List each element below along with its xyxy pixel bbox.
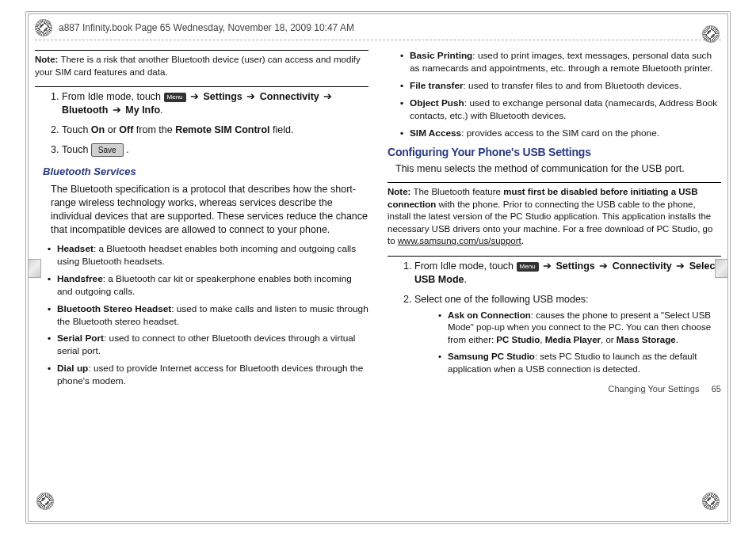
note-body: There is a risk that another Bluetooth d… bbox=[35, 55, 361, 77]
steps-usb: From Idle mode, touch Menu ➔ Settings ➔ … bbox=[388, 260, 721, 375]
usb-modes-list: Ask on Connection: causes the phone to p… bbox=[414, 310, 721, 376]
page-footer: Changing Your Settings 65 bbox=[388, 383, 721, 395]
spiro-icon bbox=[35, 19, 52, 36]
step-2: Touch On or Off from the Remote SIM Cont… bbox=[62, 124, 368, 137]
spiro-icon bbox=[702, 25, 720, 43]
support-link[interactable]: www.samsung.com/us/support bbox=[398, 236, 521, 245]
running-head-text: a887 Infinity.book Page 65 Wednesday, No… bbox=[59, 22, 354, 33]
arrow-icon: ➔ bbox=[245, 90, 257, 104]
note-rule bbox=[35, 50, 368, 51]
list-item: File transfer: used to transfer files to… bbox=[402, 80, 721, 93]
list-item: Handsfree: a Bluetooth car kit or speake… bbox=[49, 273, 368, 299]
arrow-icon: ➔ bbox=[189, 90, 200, 104]
arrow-icon: ➔ bbox=[674, 260, 686, 273]
note-usb: Note: The Bluetooth feature must first b… bbox=[388, 186, 721, 248]
arrow-icon: ➔ bbox=[111, 104, 123, 117]
step-3: Touch Save . bbox=[62, 143, 368, 157]
list-item: Bluetooth Stereo Headset: used to make c… bbox=[49, 303, 368, 329]
note-bluetooth-risk: Note: There is a risk that another Bluet… bbox=[35, 54, 368, 78]
step-1: From Idle mode, touch Menu ➔ Settings ➔ … bbox=[62, 90, 368, 117]
list-item: Samsung PC Studio: sets PC Studio to lau… bbox=[438, 351, 721, 375]
footer-page-number: 65 bbox=[712, 384, 721, 394]
note-label: Note: bbox=[388, 187, 410, 196]
arrow-icon: ➔ bbox=[598, 260, 609, 273]
list-item: Object Push: used to exchange personal d… bbox=[402, 97, 721, 123]
footer-section: Changing Your Settings bbox=[608, 384, 699, 394]
left-column: Note: There is a risk that another Bluet… bbox=[35, 50, 368, 395]
steps-remote-sim: From Idle mode, touch Menu ➔ Settings ➔ … bbox=[35, 90, 368, 157]
corner-bottom-right bbox=[699, 489, 723, 513]
list-item: SIM Access: provides access to the SIM c… bbox=[402, 127, 721, 140]
note-rule bbox=[35, 86, 368, 87]
step-2: Select one of the following USB modes: A… bbox=[414, 293, 721, 375]
two-column-content: Note: There is a risk that another Bluet… bbox=[35, 50, 721, 395]
menu-softkey: Menu bbox=[517, 262, 539, 272]
arrow-icon: ➔ bbox=[322, 90, 334, 104]
path-settings: Settings bbox=[204, 91, 242, 102]
heading-usb-settings: Configuring Your Phone's USB Settings bbox=[388, 145, 721, 160]
path-connectivity: Connectivity bbox=[260, 91, 319, 102]
save-softkey: Save bbox=[91, 143, 124, 157]
path-myinfo: My Info bbox=[125, 105, 160, 116]
corner-top-right bbox=[699, 22, 723, 46]
list-item: Dial up: used to provide Internet access… bbox=[49, 363, 368, 388]
note-rule bbox=[388, 182, 721, 183]
note-label: Note: bbox=[35, 55, 58, 64]
list-item: Serial Port: used to connect to other Bl… bbox=[49, 333, 368, 358]
step-1-prefix: From Idle mode, touch bbox=[62, 91, 164, 102]
step-1: From Idle mode, touch Menu ➔ Settings ➔ … bbox=[414, 260, 721, 287]
menu-softkey: Menu bbox=[164, 93, 186, 102]
note-rule bbox=[388, 256, 721, 257]
arrow-icon: ➔ bbox=[541, 260, 553, 273]
corner-bottom-left bbox=[33, 489, 57, 513]
list-item: Basic Printing: used to print images, te… bbox=[402, 50, 721, 75]
heading-bluetooth-services: Bluetooth Services bbox=[43, 165, 368, 179]
fold-right-icon bbox=[715, 259, 731, 278]
bt-services-list-right: Basic Printing: used to print images, te… bbox=[388, 50, 721, 140]
bt-services-intro: The Bluetooth specification is a protoco… bbox=[51, 183, 368, 237]
right-column: Basic Printing: used to print images, te… bbox=[388, 50, 721, 395]
bt-services-list-left: Headset: a Bluetooth headset enables bot… bbox=[35, 243, 368, 388]
list-item: Ask on Connection: causes the phone to p… bbox=[438, 310, 721, 347]
spiro-icon bbox=[36, 492, 54, 510]
page-frame: a887 Infinity.book Page 65 Wednesday, No… bbox=[25, 11, 731, 524]
list-item: Headset: a Bluetooth headset enables bot… bbox=[49, 243, 368, 268]
path-bluetooth: Bluetooth bbox=[62, 105, 108, 116]
fold-left-icon bbox=[25, 259, 41, 278]
running-header: a887 Infinity.book Page 65 Wednesday, No… bbox=[35, 19, 721, 40]
spiro-icon bbox=[702, 492, 720, 510]
usb-intro: This menu selects the method of communic… bbox=[395, 162, 721, 176]
